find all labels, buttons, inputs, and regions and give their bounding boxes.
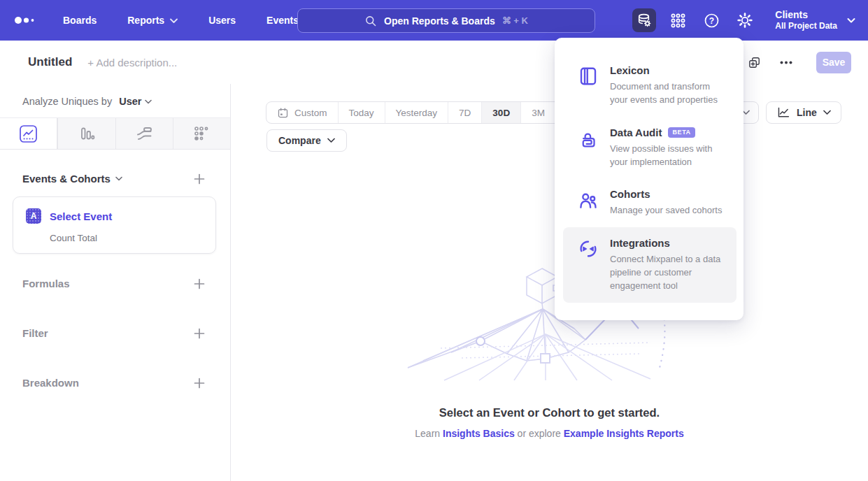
project-scope: All Project Data [775, 21, 837, 31]
apps-grid-button[interactable] [666, 8, 690, 32]
data-audit-icon [578, 127, 599, 169]
menu-item-cohorts[interactable]: Cohorts Manage your saved cohorts [563, 178, 737, 227]
chevron-down-icon [823, 110, 831, 115]
project-text: Clients All Project Data [775, 9, 837, 32]
bar-chart-icon [78, 125, 95, 142]
add-description-field[interactable]: + Add description... [87, 57, 177, 69]
chevron-down-icon [170, 18, 178, 24]
learn-prefix: Learn [415, 428, 440, 439]
range-label: 3M [532, 108, 545, 118]
menu-item-title: Lexicon [610, 64, 727, 76]
filter-label: Filter [22, 327, 48, 339]
breakdown-label: Breakdown [22, 377, 79, 389]
menu-item-description: Connect Mixpanel to a data pipeline or c… [610, 253, 727, 293]
events-cohorts-label: Events & Cohorts [22, 173, 111, 185]
menu-item-integrations[interactable]: Integrations Connect Mixpanel to a data … [563, 227, 737, 303]
event-series-badge: A [26, 208, 41, 224]
analyze-uniques-row: Analyze Uniques by User [22, 96, 230, 107]
more-options-button[interactable] [780, 61, 792, 64]
report-title[interactable]: Untitled [28, 55, 72, 69]
insights-report-page: Boards Reports Users Events Open Reports… [0, 0, 868, 481]
chevron-down-icon [327, 138, 335, 143]
range-7d[interactable]: 7D [448, 102, 481, 123]
range-today[interactable]: Today [338, 102, 385, 123]
menu-item-title: Data Audit BETA [610, 127, 727, 138]
tab-bar-chart[interactable] [57, 118, 115, 149]
nav-item-users[interactable]: Users [208, 15, 236, 26]
plus-icon [194, 378, 205, 389]
menu-title-text: Lexicon [610, 64, 650, 76]
global-search-button[interactable]: Open Reports & Boards ⌘ + K [297, 8, 595, 33]
mixpanel-logo-icon[interactable] [14, 15, 36, 25]
compare-button[interactable]: Compare [266, 129, 347, 152]
range-yesterday[interactable]: Yesterday [385, 102, 448, 123]
data-management-button[interactable] [632, 8, 656, 32]
example-reports-link[interactable]: Example Insights Reports [564, 428, 684, 439]
range-label: 7D [459, 108, 471, 118]
help-button[interactable]: ? [699, 8, 723, 32]
select-event-button[interactable]: Select Event [50, 210, 112, 222]
menu-item-description: View possible issues with your implement… [610, 143, 727, 169]
menu-title-text: Integrations [610, 237, 670, 249]
plus-icon [194, 173, 205, 185]
menu-item-data-audit[interactable]: Data Audit BETA View possible issues wit… [563, 117, 737, 179]
search-icon [364, 15, 377, 27]
event-metric-selector[interactable]: Count Total [50, 233, 206, 243]
events-cohorts-header[interactable]: Events & Cohorts [22, 173, 122, 185]
breakdown-section: Breakdown [22, 377, 205, 389]
menu-item-description: Manage your saved cohorts [610, 204, 722, 217]
navbar-right: ? Clients All Project Data [622, 0, 855, 41]
add-filter-button[interactable] [194, 328, 205, 339]
save-button[interactable]: Save [816, 52, 851, 73]
nav-label: Reports [127, 15, 164, 26]
add-event-button[interactable] [194, 173, 205, 185]
empty-state-heading: Select an Event or Cohort to get started… [231, 406, 868, 419]
chart-type-button[interactable]: Line [766, 101, 841, 124]
range-label: Yesterday [396, 108, 438, 118]
insights-chart-icon [19, 124, 38, 143]
search-placeholder: Open Reports & Boards [384, 15, 495, 27]
tab-retention[interactable] [173, 118, 230, 149]
database-gear-icon [636, 12, 653, 29]
analyze-value-dropdown[interactable]: User [119, 96, 152, 107]
menu-item-lexicon[interactable]: Lexicon Document and transform your even… [563, 55, 737, 117]
nav-items: Boards Reports Users Events [63, 15, 299, 26]
chevron-down-icon [115, 176, 122, 181]
nav-item-boards[interactable]: Boards [63, 15, 97, 26]
filter-section: Filter [22, 327, 205, 339]
nav-item-reports[interactable]: Reports [127, 15, 178, 26]
tab-insights[interactable] [0, 118, 57, 149]
nav-item-events[interactable]: Events [266, 15, 299, 26]
project-selector[interactable]: Clients All Project Data [775, 9, 855, 32]
grid-dots-icon [670, 13, 686, 29]
search-shortcut: ⌘ + K [502, 15, 528, 26]
middle-text: or explore [518, 428, 561, 439]
add-breakdown-button[interactable] [194, 378, 205, 389]
menu-item-description: Document and transform your events and p… [610, 80, 727, 107]
events-cohorts-section: Events & Cohorts [22, 173, 205, 185]
event-card[interactable]: A Select Event Count Total [13, 196, 216, 254]
lexicon-icon [578, 64, 599, 107]
insights-basics-link[interactable]: Insights Basics [443, 428, 515, 439]
duplicate-button[interactable] [748, 56, 761, 69]
tab-flows[interactable] [115, 118, 173, 149]
nav-label: Boards [63, 15, 97, 26]
cohorts-icon [578, 188, 599, 217]
svg-text:?: ? [709, 15, 714, 25]
range-custom[interactable]: Custom [266, 102, 338, 123]
plus-icon [194, 278, 205, 289]
chevron-down-icon [145, 99, 152, 104]
chevron-down-icon [847, 17, 855, 24]
add-formula-button[interactable] [194, 278, 205, 289]
report-actions: Save [748, 41, 851, 84]
range-30d[interactable]: 30D [481, 102, 520, 123]
event-card-top: A Select Event [26, 208, 206, 224]
range-label: Today [349, 108, 374, 118]
settings-button[interactable] [733, 8, 757, 32]
formulas-section: Formulas [22, 278, 205, 289]
menu-item-text: Cohorts Manage your saved cohorts [610, 188, 722, 217]
analyze-value: User [119, 96, 141, 107]
range-3m[interactable]: 3M [520, 102, 555, 123]
line-chart-icon [776, 106, 790, 119]
plus-icon [194, 328, 205, 339]
